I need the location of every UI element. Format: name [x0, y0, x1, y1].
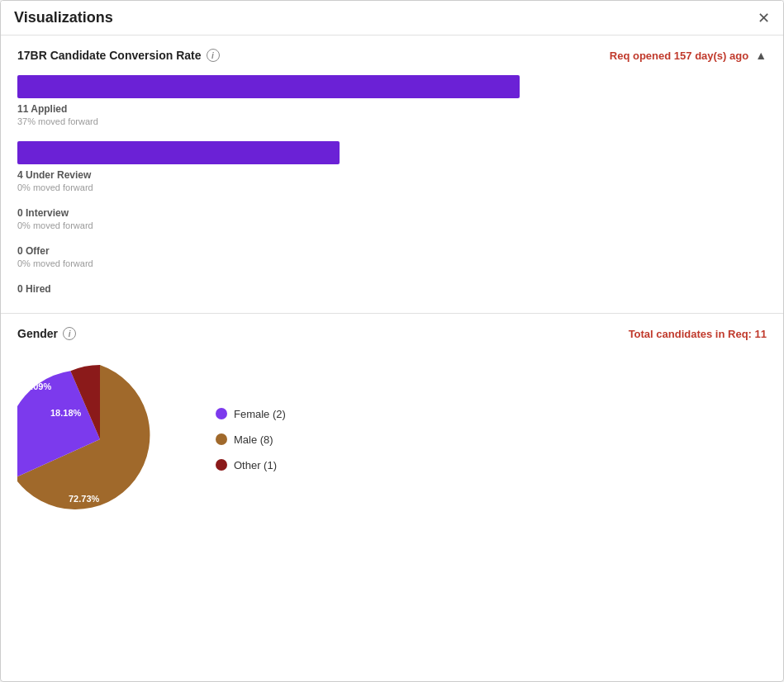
- legend-male-dot: [216, 433, 227, 445]
- conversion-title: 17BR Candidate Conversion Rate: [17, 49, 202, 62]
- gender-section: Gender i Total candidates in Req: 11: [1, 314, 783, 535]
- stage-applied-bar-container: [17, 75, 767, 98]
- modal-header: Visualizations ✕: [1, 1, 783, 36]
- modal-title: Visualizations: [14, 9, 113, 26]
- modal-body: 17BR Candidate Conversion Rate i Req ope…: [1, 36, 783, 681]
- stage-interview-label: 0 Interview: [17, 207, 767, 219]
- stage-hired-label: 0 Hired: [17, 283, 767, 295]
- stage-review: 4 Under Review 0% moved forward: [17, 141, 767, 192]
- stage-review-bar-container: [17, 141, 767, 164]
- total-info: Total candidates in Req: 11: [629, 328, 767, 340]
- gender-title: Gender: [17, 327, 58, 340]
- gender-content: 72.73% 18.18% 9.09% Female (2) Male (8): [17, 357, 767, 522]
- legend-other: Other (1): [216, 459, 286, 471]
- stage-review-bar: [17, 141, 340, 164]
- stage-interview-sublabel: 0% moved forward: [17, 220, 767, 230]
- stage-applied: 11 Applied 37% moved forward: [17, 75, 767, 126]
- legend-female: Female (2): [216, 408, 286, 420]
- gender-header: Gender i Total candidates in Req: 11: [17, 327, 767, 340]
- visualizations-modal: Visualizations ✕ 17BR Candidate Conversi…: [0, 0, 784, 682]
- conversion-header: 17BR Candidate Conversion Rate i Req ope…: [17, 49, 767, 62]
- legend-female-dot: [216, 408, 227, 419]
- legend-other-dot: [216, 459, 227, 471]
- stage-applied-sublabel: 37% moved forward: [17, 116, 767, 126]
- collapse-button[interactable]: ▲: [755, 49, 767, 62]
- close-button[interactable]: ✕: [758, 11, 770, 26]
- stage-offer-sublabel: 0% moved forward: [17, 258, 767, 268]
- stage-applied-label: 11 Applied: [17, 103, 767, 115]
- conversion-section: 17BR Candidate Conversion Rate i Req ope…: [1, 36, 783, 314]
- stage-interview: 0 Interview 0% moved forward: [17, 207, 767, 230]
- stage-hired: 0 Hired: [17, 283, 767, 295]
- stage-applied-bar: [17, 75, 520, 98]
- legend-male-label: Male (8): [234, 433, 273, 446]
- conversion-info-icon[interactable]: i: [207, 49, 220, 62]
- req-info: Req opened 157 day(s) ago: [610, 50, 748, 62]
- stage-review-sublabel: 0% moved forward: [17, 182, 767, 192]
- gender-legend: Female (2) Male (8) Other (1): [216, 408, 286, 471]
- stage-offer: 0 Offer 0% moved forward: [17, 245, 767, 268]
- stage-review-label: 4 Under Review: [17, 169, 767, 181]
- legend-female-label: Female (2): [234, 408, 286, 420]
- legend-other-label: Other (1): [234, 459, 277, 471]
- pie-chart: 72.73% 18.18% 9.09%: [17, 357, 183, 522]
- legend-male: Male (8): [216, 433, 286, 446]
- stage-offer-label: 0 Offer: [17, 245, 767, 257]
- pie-svg: [17, 357, 183, 522]
- gender-info-icon[interactable]: i: [63, 327, 76, 340]
